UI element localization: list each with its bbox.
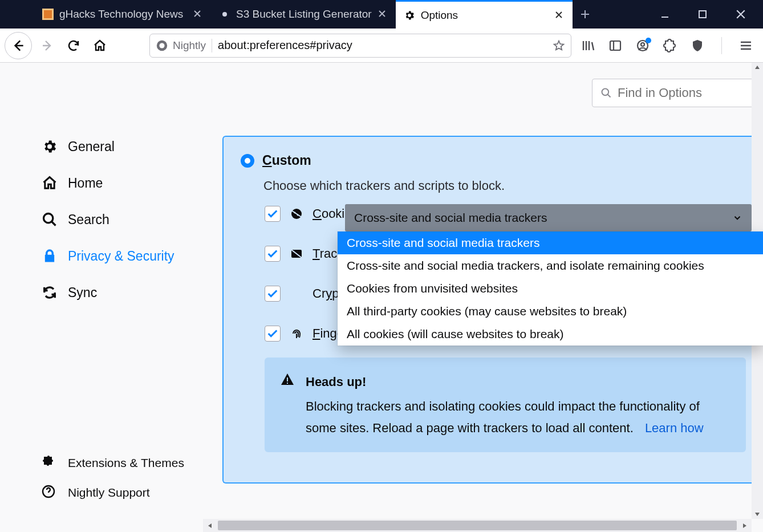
dropdown-option[interactable]: All cookies (will cause websites to brea… [338, 323, 763, 346]
scroll-down-arrow-icon[interactable] [752, 510, 763, 519]
svg-rect-2 [699, 11, 706, 18]
sidebar-item-extensions[interactable]: Extensions & Themes [37, 448, 222, 478]
sidebar-item-label: Nightly Support [68, 486, 150, 499]
horizontal-scrollbar[interactable] [203, 519, 752, 532]
chevron-down-icon [732, 213, 742, 223]
checkbox-tracking[interactable] [265, 246, 281, 262]
menu-icon[interactable] [739, 39, 753, 52]
scroll-up-arrow-icon[interactable] [752, 63, 763, 72]
sidebar-item-label: General [68, 139, 115, 155]
maximize-button[interactable] [698, 10, 707, 19]
close-icon[interactable] [193, 9, 203, 19]
scroll-left-arrow-icon[interactable] [203, 519, 217, 532]
library-icon[interactable] [581, 39, 595, 52]
sidebar-item-label: Search [68, 212, 109, 228]
sidebar-item-support[interactable]: Nightly Support [37, 478, 222, 507]
help-icon [42, 485, 58, 501]
favicon-ghacks [42, 9, 54, 20]
sidebar-item-privacy[interactable]: Privacy & Security [37, 238, 222, 274]
callout-text: Blocking trackers and isolating cookies … [306, 399, 700, 434]
panel-description: Choose which trackers and scripts to blo… [263, 178, 746, 193]
url-text: about:preferences#privacy [218, 39, 547, 52]
tracking-icon [290, 247, 303, 261]
sidebar-item-search[interactable]: Search [37, 201, 222, 238]
toolbar-right [581, 37, 758, 54]
tab-s3[interactable]: S3 Bucket Listing Generator [211, 0, 396, 29]
extension-icon[interactable] [663, 39, 677, 52]
find-in-options-input[interactable]: Find in Options [592, 79, 763, 107]
forward-button[interactable] [36, 35, 58, 56]
close-icon[interactable] [554, 10, 565, 21]
tab-label: gHacks Technology News [59, 8, 187, 21]
dropdown-option[interactable]: Cross-site and social media trackers [338, 232, 763, 254]
tab-label: S3 Bucket Listing Generator [236, 8, 372, 21]
new-tab-button[interactable] [573, 0, 598, 29]
close-icon[interactable] [378, 9, 388, 19]
svg-point-4 [159, 43, 164, 48]
back-button[interactable] [5, 32, 32, 59]
separator [721, 37, 722, 54]
tab-label: Options [421, 9, 549, 22]
separator [212, 39, 212, 52]
scrollbar-thumb[interactable] [218, 521, 737, 530]
preferences-page: General Home Search Privacy & Security S… [0, 63, 763, 519]
home-button[interactable] [89, 35, 111, 56]
radio-custom[interactable] [241, 154, 254, 168]
gear-icon [42, 139, 58, 155]
close-window-button[interactable] [736, 9, 746, 19]
sidebar-item-sync[interactable]: Sync [37, 274, 222, 311]
tab-ghacks[interactable]: gHacks Technology News [34, 0, 211, 29]
sidebar-item-label: Extensions & Themes [68, 456, 184, 470]
select-current: Cross-site and social media trackers [354, 211, 547, 225]
svg-rect-5 [610, 41, 620, 50]
search-icon [42, 212, 58, 228]
checkbox-cookies[interactable] [265, 206, 281, 222]
learn-how-link[interactable]: Learn how [645, 421, 704, 435]
sidebar-bottom: Extensions & Themes Nightly Support [37, 448, 222, 519]
shield-icon[interactable] [691, 39, 704, 52]
notification-dot-icon [646, 38, 651, 43]
sidebar-icon[interactable] [608, 39, 622, 52]
sidebar-item-home[interactable]: Home [37, 165, 222, 201]
svg-point-10 [602, 89, 609, 96]
sidebar-item-label: Privacy & Security [68, 249, 174, 264]
warning-icon [281, 372, 294, 438]
dropdown-option[interactable]: Cookies from unvisited websites [338, 277, 763, 300]
lock-icon [42, 248, 58, 264]
reload-button[interactable] [63, 35, 84, 56]
gear-icon [404, 10, 415, 21]
dropdown-option[interactable]: Cross-site and social media trackers, an… [338, 254, 763, 277]
scroll-right-arrow-icon[interactable] [738, 519, 752, 532]
heads-up-callout: Heads up! Blocking trackers and isolatin… [265, 358, 746, 452]
cookie-icon [290, 207, 303, 221]
minimize-button[interactable] [660, 10, 669, 19]
puzzle-icon [42, 455, 58, 471]
checkbox-crypto[interactable] [265, 286, 281, 302]
identity-box[interactable]: Nightly [156, 39, 206, 52]
svg-point-7 [641, 43, 644, 46]
checkbox-fingerprinters[interactable] [265, 326, 281, 342]
sidebar-item-general[interactable]: General [37, 128, 222, 165]
main-content: Find in Options Custom Choose which trac… [222, 63, 763, 519]
svg-point-1 [222, 12, 227, 17]
category-sidebar: General Home Search Privacy & Security S… [0, 63, 222, 519]
radio-label-rest: ustom [272, 153, 311, 168]
callout-title: Heads up! [306, 371, 730, 392]
custom-tracking-panel: Custom Choose which trackers and scripts… [222, 136, 763, 484]
sidebar-item-label: Sync [68, 285, 97, 300]
firefox-icon [156, 39, 168, 52]
nav-toolbar: Nightly about:preferences#privacy [0, 29, 763, 63]
cookies-select-dropdown: Cross-site and social media trackers Cro… [338, 232, 763, 346]
dropdown-option[interactable]: All third-party cookies (may cause websi… [338, 300, 763, 323]
account-icon[interactable] [636, 39, 650, 52]
favicon-generic [219, 9, 230, 20]
identity-label: Nightly [173, 39, 206, 52]
svg-point-8 [44, 214, 53, 223]
tab-options[interactable]: Options [396, 0, 573, 29]
sync-icon [42, 285, 58, 300]
placeholder-text: Find in Options [618, 86, 702, 100]
bookmark-star-icon[interactable] [553, 39, 565, 52]
url-bar[interactable]: Nightly about:preferences#privacy [149, 34, 571, 58]
tab-strip: gHacks Technology News S3 Bucket Listing… [0, 0, 598, 29]
cookies-select[interactable]: Cross-site and social media trackers [345, 204, 752, 232]
